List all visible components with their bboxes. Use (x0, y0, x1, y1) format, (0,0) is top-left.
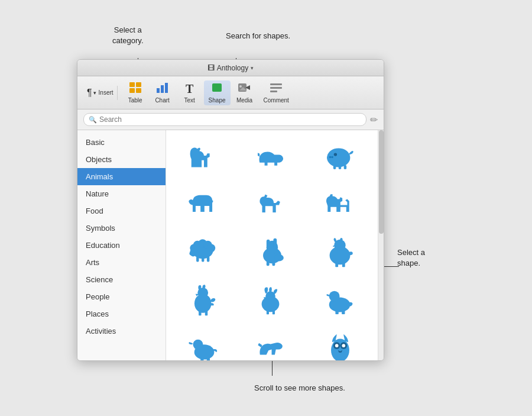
svg-rect-12 (270, 83, 282, 85)
content-area: Basic Objects Animals Nature Food Symbol… (77, 130, 384, 360)
media-button[interactable]: Media (232, 80, 258, 105)
svg-rect-31 (202, 257, 204, 262)
annotation-select-category: Select a category. (112, 25, 144, 46)
svg-rect-2 (129, 88, 135, 93)
annotation-line-shape (384, 266, 399, 267)
sidebar-item-people[interactable]: People (77, 288, 166, 305)
shape-rooster[interactable] (172, 278, 235, 321)
shape-horse[interactable] (172, 136, 235, 179)
shape-owl[interactable] (309, 325, 372, 360)
svg-rect-60 (206, 357, 209, 360)
title-bar: 🎞 Anthology ▾ (77, 60, 384, 76)
search-input[interactable] (99, 115, 361, 124)
svg-rect-36 (267, 240, 270, 250)
svg-point-58 (193, 340, 203, 350)
svg-rect-55 (336, 310, 339, 314)
shape-pig[interactable] (309, 136, 372, 179)
sidebar-item-food[interactable]: Food (77, 202, 166, 220)
svg-rect-37 (273, 238, 277, 249)
shape-cow[interactable] (172, 183, 235, 226)
svg-rect-30 (196, 257, 199, 262)
shape-small-duck[interactable] (172, 325, 235, 360)
svg-rect-43 (336, 262, 339, 267)
svg-rect-1 (136, 82, 141, 87)
sidebar-item-basic[interactable]: Basic (77, 134, 166, 151)
sidebar-item-nature[interactable]: Nature (77, 185, 166, 202)
insert-chevron: ▾ (93, 90, 96, 96)
svg-point-17 (329, 156, 332, 159)
comment-label: Comment (264, 97, 289, 104)
svg-rect-47 (199, 311, 201, 315)
svg-rect-52 (273, 310, 275, 314)
svg-rect-39 (272, 261, 275, 266)
svg-rect-21 (344, 165, 346, 169)
svg-point-54 (329, 291, 340, 302)
svg-rect-20 (339, 165, 341, 169)
svg-rect-7 (212, 83, 222, 92)
table-icon (129, 82, 141, 96)
shape-label: Shape (209, 97, 226, 104)
sidebar-item-symbols[interactable]: Symbols (77, 220, 166, 237)
shapes-panel: 🎞 Anthology ▾ ¶ ▾ Insert Table (77, 59, 384, 361)
shape-crow[interactable] (240, 325, 303, 360)
insert-label: Insert (99, 89, 113, 96)
svg-point-28 (207, 244, 215, 252)
pencil-button[interactable]: ✏ (370, 114, 378, 125)
svg-point-10 (239, 85, 242, 88)
svg-point-65 (342, 344, 346, 347)
svg-point-33 (189, 251, 194, 256)
svg-point-22 (334, 153, 337, 156)
title-bar-title: Anthology (217, 64, 248, 72)
chart-icon (157, 82, 168, 96)
annotation-scroll: Scroll to see more shapes. (254, 383, 345, 394)
svg-rect-59 (200, 357, 203, 360)
annotation-select-shape: Select a shape. (397, 247, 425, 269)
sidebar-item-science[interactable]: Science (77, 271, 166, 288)
comment-button[interactable]: Comment (259, 80, 294, 105)
shapes-grid (166, 130, 378, 360)
svg-point-64 (335, 344, 339, 347)
chart-button[interactable]: Chart (150, 80, 176, 105)
shape-rabbit[interactable] (240, 231, 303, 273)
shape-chicken[interactable] (309, 231, 372, 273)
sidebar-item-objects[interactable]: Objects (77, 151, 166, 168)
svg-point-61 (331, 338, 349, 360)
sidebar-item-places[interactable]: Places (77, 305, 166, 323)
shape-button[interactable]: Shape (204, 80, 231, 105)
svg-rect-3 (136, 88, 141, 93)
media-label: Media (236, 97, 252, 104)
svg-rect-38 (267, 261, 270, 266)
title-bar-icon: 🎞 (207, 64, 215, 72)
shape-sheep[interactable] (172, 231, 235, 273)
insert-button[interactable]: ¶ ▾ Insert (83, 86, 118, 100)
media-icon (238, 82, 251, 96)
text-button[interactable]: T Text (177, 80, 203, 105)
shape-turkey[interactable] (240, 278, 303, 321)
search-bar: 🔍 ✏ (77, 109, 384, 130)
sidebar-item-arts[interactable]: Arts (77, 254, 166, 271)
shapes-scrollbar[interactable] (378, 130, 384, 360)
svg-rect-51 (267, 310, 269, 314)
search-input-wrapper[interactable]: 🔍 (83, 113, 366, 126)
shape-donkey[interactable] (309, 183, 372, 226)
table-button[interactable]: Table (122, 80, 148, 105)
svg-point-18 (332, 156, 334, 159)
svg-rect-0 (129, 82, 135, 87)
text-icon: T (186, 82, 193, 96)
annotation-search-shapes: Search for shapes. (226, 31, 290, 41)
shape-duck[interactable] (309, 278, 372, 321)
category-sidebar: Basic Objects Animals Nature Food Symbol… (77, 130, 166, 360)
svg-rect-56 (342, 310, 345, 314)
shape-goat[interactable] (240, 183, 303, 226)
svg-rect-32 (207, 257, 209, 262)
shape-boar[interactable] (240, 136, 303, 179)
sidebar-item-education[interactable]: Education (77, 237, 166, 254)
shape-icon (211, 82, 223, 96)
scrollbar-thumb[interactable] (379, 130, 384, 234)
sidebar-item-animals[interactable]: Animals (77, 168, 166, 185)
comment-icon (270, 82, 282, 96)
svg-rect-44 (342, 262, 345, 267)
svg-rect-6 (165, 83, 168, 93)
sidebar-item-activities[interactable]: Activities (77, 323, 166, 340)
svg-rect-14 (270, 91, 277, 92)
